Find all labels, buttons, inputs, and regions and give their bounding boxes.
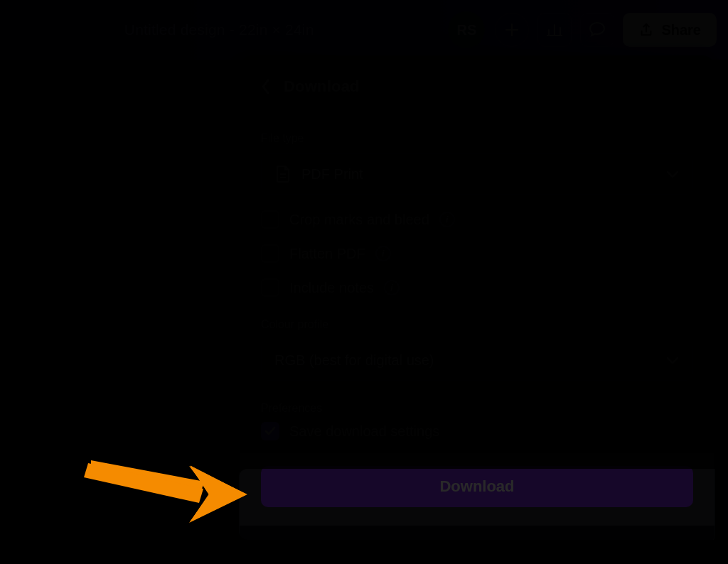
panel-body: File type PDF Print Crop marks and bleed… <box>240 112 714 440</box>
crop-marks-checkbox[interactable] <box>261 210 279 229</box>
check-icon <box>264 426 276 436</box>
colour-profile-select[interactable]: RGB (best for digital use) <box>261 340 693 381</box>
preferences-label: Preferences <box>261 402 693 415</box>
save-settings-checkbox[interactable] <box>261 422 279 440</box>
document-title[interactable]: Untitled design - 22in × 24in <box>11 21 427 38</box>
upload-icon <box>638 22 654 38</box>
include-notes-label: Include notes <box>289 280 374 296</box>
user-avatar[interactable]: RS <box>448 11 485 48</box>
crop-marks-label: Crop marks and bleed <box>289 212 429 228</box>
include-notes-checkbox[interactable] <box>261 278 279 297</box>
file-type-label: File type <box>261 132 693 145</box>
info-icon[interactable]: i <box>375 246 391 261</box>
share-button[interactable]: Share <box>623 13 717 47</box>
app-header: Untitled design - 22in × 24in RS Share <box>0 0 728 60</box>
comment-button[interactable] <box>580 13 614 47</box>
file-type-select[interactable]: PDF Print <box>261 153 693 195</box>
save-settings-label: Save download settings <box>289 423 439 440</box>
flatten-row[interactable]: Flatten PDF i <box>261 244 693 263</box>
back-icon[interactable] <box>261 79 271 94</box>
panel-footer: Download <box>240 453 714 526</box>
download-panel: Download File type PDF Print Crop marks … <box>239 55 715 547</box>
info-icon[interactable]: i <box>384 280 400 295</box>
colour-profile-label: Colour profile <box>261 318 693 331</box>
flatten-label: Flatten PDF <box>289 246 365 262</box>
include-notes-row[interactable]: Include notes i <box>261 278 693 297</box>
comment-icon <box>588 21 606 39</box>
analytics-button[interactable] <box>537 13 572 47</box>
flatten-checkbox[interactable] <box>261 244 279 263</box>
share-label: Share <box>661 22 701 38</box>
crop-marks-row[interactable]: Crop marks and bleed i <box>261 210 693 229</box>
chevron-down-icon <box>665 169 680 179</box>
save-settings-row[interactable]: Save download settings <box>261 422 693 440</box>
chevron-down-icon <box>665 355 680 365</box>
bar-chart-icon <box>546 21 563 38</box>
file-icon <box>274 165 291 183</box>
panel-title: Download <box>284 77 360 96</box>
download-button[interactable]: Download <box>261 466 693 507</box>
colour-profile-value: RGB (best for digital use) <box>274 352 434 369</box>
file-type-value: PDF Print <box>301 166 363 183</box>
plus-icon <box>505 23 519 37</box>
panel-header: Download <box>240 73 714 112</box>
add-button[interactable] <box>495 13 529 47</box>
info-icon[interactable]: i <box>439 212 455 227</box>
